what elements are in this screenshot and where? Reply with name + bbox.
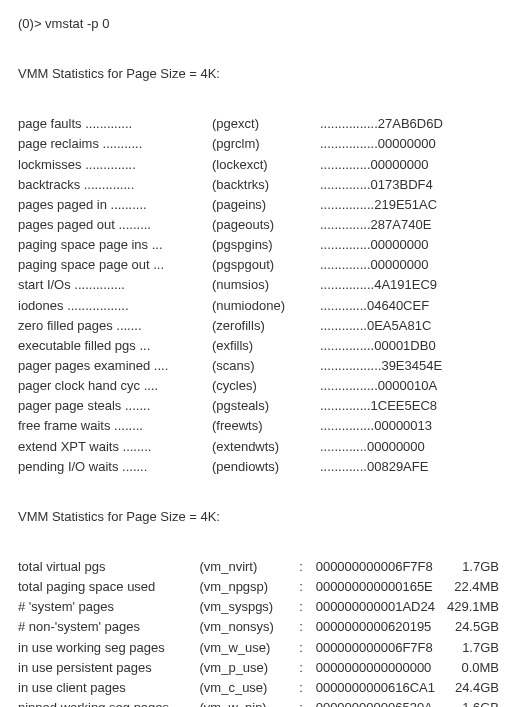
stat-value: 1CEE5EC8 <box>371 396 437 416</box>
stat-label: pages paged out ......... <box>18 215 212 235</box>
stat-row: pager pages examined ....(scans)........… <box>18 356 499 376</box>
stat-dots: ................ <box>320 114 378 134</box>
stat-shortname: (pendiowts) <box>212 457 320 477</box>
stat-row: pages paged out .........(pageouts).....… <box>18 215 499 235</box>
stat-label: pending I/O waits ....... <box>18 457 212 477</box>
stat-size: 1.6GB <box>443 698 499 707</box>
stat-shortname: (numiodone) <box>212 296 320 316</box>
stat-row: in use working seg pages(vm_w_use):00000… <box>18 638 499 658</box>
stat-dots: ................ <box>320 376 378 396</box>
stat-colon: : <box>299 638 315 658</box>
stat-shortname: (scans) <box>212 356 320 376</box>
stat-label: total virtual pgs <box>18 557 200 577</box>
stat-dots: ............. <box>320 296 367 316</box>
stat-row: backtracks ..............(backtrks).....… <box>18 175 499 195</box>
stat-row: pending I/O waits .......(pendiowts)....… <box>18 457 499 477</box>
stat-value: 00829AFE <box>367 457 428 477</box>
stat-row: total virtual pgs(vm_nvirt):000000000006… <box>18 557 499 577</box>
stat-label: paging space page ins ... <box>18 235 212 255</box>
stat-hex: 000000000000165E <box>316 577 443 597</box>
stat-row: pages paged in ..........(pageins)......… <box>18 195 499 215</box>
stat-colon: : <box>299 557 315 577</box>
stat-row: lockmisses ..............(lockexct).....… <box>18 155 499 175</box>
stat-shortname: (pgexct) <box>212 114 320 134</box>
stat-shortname: (pageouts) <box>212 215 320 235</box>
stat-label: pager clock hand cyc .... <box>18 376 212 396</box>
stat-row: pinned working seg pages(vm_w_pin):00000… <box>18 698 499 707</box>
stat-row: in use persistent pages(vm_p_use):000000… <box>18 658 499 678</box>
stat-row: iodones .................(numiodone)....… <box>18 296 499 316</box>
stat-dots: ............. <box>320 316 367 336</box>
stat-row: pager page steals .......(pgsteals).....… <box>18 396 499 416</box>
stat-label: executable filled pgs ... <box>18 336 212 356</box>
stat-shortname: (vm_nonsys) <box>200 617 300 637</box>
stat-value: 219E51AC <box>374 195 437 215</box>
stat-value: 0000010A <box>378 376 437 396</box>
stat-dots: ............. <box>320 457 367 477</box>
stat-shortname: (vm_p_use) <box>200 658 300 678</box>
stat-row: zero filled pages .......(zerofills)....… <box>18 316 499 336</box>
stat-shortname: (numsios) <box>212 275 320 295</box>
stat-value: 00000000 <box>378 134 436 154</box>
stat-shortname: (pgspgins) <box>212 235 320 255</box>
stat-label: pinned working seg pages <box>18 698 200 707</box>
stat-dots: ............... <box>320 416 374 436</box>
stat-shortname: (pageins) <box>212 195 320 215</box>
stat-shortname: (pgrclm) <box>212 134 320 154</box>
stat-label: in use client pages <box>18 678 200 698</box>
stat-row: page faults .............(pgexct).......… <box>18 114 499 134</box>
stat-hex: 0000000000000000 <box>316 658 443 678</box>
stat-colon: : <box>299 658 315 678</box>
stat-dots: ............. <box>320 437 367 457</box>
stat-row: # non-'system' pages(vm_nonsys):00000000… <box>18 617 499 637</box>
stat-size: 24.5GB <box>443 617 499 637</box>
stat-size: 22.4MB <box>443 577 499 597</box>
stat-shortname: (cycles) <box>212 376 320 396</box>
stat-row: pager clock hand cyc ....(cycles).......… <box>18 376 499 396</box>
stat-size: 24.4GB <box>443 678 499 698</box>
stat-dots: .............. <box>320 175 371 195</box>
stat-value: 4A191EC9 <box>374 275 437 295</box>
stat-value: 00000000 <box>371 155 429 175</box>
stat-dots: ................. <box>320 356 381 376</box>
stat-label: pager page steals ....... <box>18 396 212 416</box>
spacer <box>18 477 499 497</box>
stat-colon: : <box>299 678 315 698</box>
stat-label: in use working seg pages <box>18 638 200 658</box>
stat-shortname: (vm_nvirt) <box>200 557 300 577</box>
stat-value: 00000000 <box>371 255 429 275</box>
stat-value: 00000013 <box>374 416 432 436</box>
stat-label: free frame waits ........ <box>18 416 212 436</box>
stat-row: executable filled pgs ...(exfills)......… <box>18 336 499 356</box>
stat-row: total paging space used(vm_npgsp):000000… <box>18 577 499 597</box>
stat-dots: ............... <box>320 336 374 356</box>
stat-dots: .............. <box>320 215 371 235</box>
stat-dots: .............. <box>320 155 371 175</box>
stat-label: pager pages examined .... <box>18 356 212 376</box>
stat-row: paging space page out ...(pgspgout).....… <box>18 255 499 275</box>
stat-size: 1.7GB <box>443 638 499 658</box>
stat-row: in use client pages(vm_c_use):0000000000… <box>18 678 499 698</box>
stat-value: 04640CEF <box>367 296 429 316</box>
stat-value: 0EA5A81C <box>367 316 431 336</box>
stat-label: # non-'system' pages <box>18 617 200 637</box>
stat-label: iodones ................. <box>18 296 212 316</box>
stat-shortname: (lockexct) <box>212 155 320 175</box>
stat-dots: .............. <box>320 255 371 275</box>
stat-colon: : <box>299 597 315 617</box>
stat-label: total paging space used <box>18 577 200 597</box>
stat-label: lockmisses .............. <box>18 155 212 175</box>
stat-value: 39E3454E <box>381 356 442 376</box>
stat-label: start I/Os .............. <box>18 275 212 295</box>
stat-dots: ............... <box>320 195 374 215</box>
stat-label: extend XPT waits ........ <box>18 437 212 457</box>
stat-row: # 'system' pages(vm_syspgs):000000000001… <box>18 597 499 617</box>
stat-hex: 0000000000620195 <box>316 617 443 637</box>
stat-size: 0.0MB <box>443 658 499 678</box>
stat-row: paging space page ins ...(pgspgins).....… <box>18 235 499 255</box>
stat-row: start I/Os ..............(numsios)......… <box>18 275 499 295</box>
spacer <box>18 34 499 54</box>
section-header-2: VMM Statistics for Page Size = 4K: <box>18 507 499 527</box>
stat-label: zero filled pages ....... <box>18 316 212 336</box>
stat-label: pages paged in .......... <box>18 195 212 215</box>
